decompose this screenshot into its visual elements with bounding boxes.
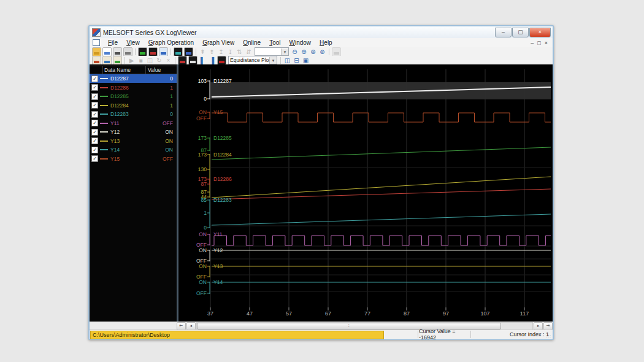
visibility-checkbox[interactable]: ✓ [91,155,98,162]
legend-row-d12286[interactable]: ✓D122861 [90,83,177,92]
cascade-icon[interactable]: ▣ [302,56,310,64]
series-value: 1 [147,85,177,91]
visibility-checkbox[interactable]: ✓ [91,75,98,82]
series-value: ON [147,138,177,144]
toolbar-separator [280,57,281,64]
column-value[interactable]: Value [148,67,161,73]
menu-graph-view[interactable]: Graph View [198,39,239,47]
maximize-button[interactable]: ▢ [512,28,529,37]
minimize-button[interactable]: – [495,28,512,37]
visibility-checkbox[interactable]: ✓ [91,102,98,109]
legend-red-icon[interactable] [217,56,226,65]
graph-display-icon[interactable] [188,56,197,65]
visibility-checkbox[interactable]: ✓ [91,120,98,126]
menu-tool[interactable]: Tool [265,39,285,47]
resize-grip[interactable]: .:: [546,334,551,338]
graph-select-combo[interactable]: ▾ [255,47,289,56]
zoom-out-icon[interactable]: ⊖ [291,48,299,56]
cursor-left-icon[interactable]: ▌ [199,56,207,64]
close-button[interactable]: × [529,28,551,37]
legend-row-d12284[interactable]: ✓D122841 [90,101,177,110]
menu-help[interactable]: Help [315,39,337,47]
visibility-checkbox[interactable]: ✓ [91,84,98,91]
series-value: 1 [147,102,177,109]
y-axis-tick-label: ON [199,109,207,115]
y-axis-tick-label: 0 [204,96,207,102]
start-monitor-icon[interactable] [138,47,147,56]
mdi-close-button[interactable]: × [545,39,548,47]
status-empty-segment [383,331,418,338]
legend-row-y13[interactable]: ✓Y13ON [90,137,177,145]
content-area: Data Name Value ✓D122870✓D122861✓D122851… [90,64,553,322]
chevron-down-icon[interactable]: ▾ [281,48,288,55]
y-axis-tick-label: ON [199,231,207,237]
legend-row-y15[interactable]: ✓Y15OFF [90,155,177,163]
cursor-right-icon[interactable]: ▐ [208,56,216,64]
series-value: ON [147,147,177,153]
save-file-icon[interactable] [113,56,122,65]
visibility-checkbox[interactable]: ✓ [91,129,98,136]
open-icon[interactable] [92,47,101,56]
zoom-range-icon[interactable]: ⊚ [318,48,326,56]
legend-row-y11[interactable]: ✓Y11OFF [90,119,177,128]
series-name: D12287 [110,75,147,82]
trend-chart[interactable]: 374757677787971071171030D12287ONOFFY1517… [178,64,553,322]
new-doc-icon[interactable] [102,47,112,56]
chevron-down-icon[interactable]: ▾ [269,57,277,64]
series-label: D12283 [213,197,232,203]
realtime-graph-icon[interactable] [174,47,183,56]
legend-row-d12287[interactable]: ✓D122870 [90,74,177,83]
title-bar: MELSOFT Series GX LogViewer – ▢ × [90,26,553,38]
x-axis-label: 107 [480,310,489,317]
horizontal-scrollbar-row: ⇤ ◂ ⁞ ▸ ⇥ [90,322,553,330]
series-value: OFF [147,120,177,126]
visibility-checkbox[interactable]: ✓ [91,111,98,118]
refresh-icon: ↻ [155,56,163,64]
history-graph-icon[interactable] [184,47,193,56]
menu-graph-operation[interactable]: Graph Operation [144,39,199,47]
legend-row-d12283[interactable]: ✓D122830 [90,110,177,118]
close-file-icon: × [164,56,172,64]
zoom-in-icon[interactable]: ⊕ [300,48,308,56]
cursor-red-icon[interactable] [178,56,187,65]
column-data-name[interactable]: Data Name [104,67,131,73]
online-data-icon[interactable] [159,47,168,56]
series-name: D12284 [110,102,147,109]
mdi-minimize-button[interactable]: – [531,39,534,47]
stop-icon: ■ [137,56,145,64]
print-icon[interactable] [123,47,132,56]
prev-graph-icon: ⇞ [199,48,207,56]
menu-file[interactable]: File [104,39,122,47]
plot-mode-combo[interactable]: Equidistance Plot▾ [228,56,277,64]
menu-window[interactable]: Window [285,39,316,47]
visibility-checkbox[interactable]: ✓ [91,147,98,153]
legend-row-d12285[interactable]: ✓D122851 [90,92,177,101]
visibility-checkbox[interactable]: ✓ [91,137,98,144]
toolbar-separator [171,48,171,55]
y-axis-tick-label: OFF [196,290,207,296]
menu-view[interactable]: View [122,39,144,47]
legend-row-y12[interactable]: ✓Y12ON [90,128,177,136]
find-icon[interactable] [113,47,122,56]
tile-horizontally-icon[interactable]: ⊟ [293,56,301,64]
app-window: MELSOFT Series GX LogViewer – ▢ × FileVi… [88,25,554,340]
legend-row-y14[interactable]: ✓Y14ON [90,145,177,154]
series-name: D12286 [110,85,147,91]
zoom-reset-icon[interactable]: ⊛ [309,48,317,56]
open-recent-file-icon[interactable] [102,56,112,65]
y-axis-tick-label: 0 [204,225,207,231]
toolbar-main: ⇞⇟↥↧⇅⇵▾⊖⊕⊛⊚ [90,47,553,56]
mdi-restore-button[interactable]: □ [537,39,540,47]
mdi-system-icon[interactable] [93,39,100,46]
series-color-swatch [100,141,108,142]
graph-pane[interactable]: 374757677787971071171030D12287ONOFFY1517… [178,64,553,322]
stop-monitor-icon[interactable] [148,47,158,56]
toolbar-graph: ▶■◫↻×▌▐Equidistance Plot▾◫⊟▣ [90,56,553,65]
tile-vertically-icon[interactable]: ◫ [283,56,291,64]
y-axis-tick-label: 173 [198,152,207,158]
visibility-checkbox[interactable]: ✓ [91,93,98,100]
menu-online[interactable]: Online [239,39,265,47]
x-axis-label: 67 [325,310,331,317]
open-logging-file-icon[interactable] [92,56,101,65]
y-axis-tick-label: ON [199,263,207,269]
